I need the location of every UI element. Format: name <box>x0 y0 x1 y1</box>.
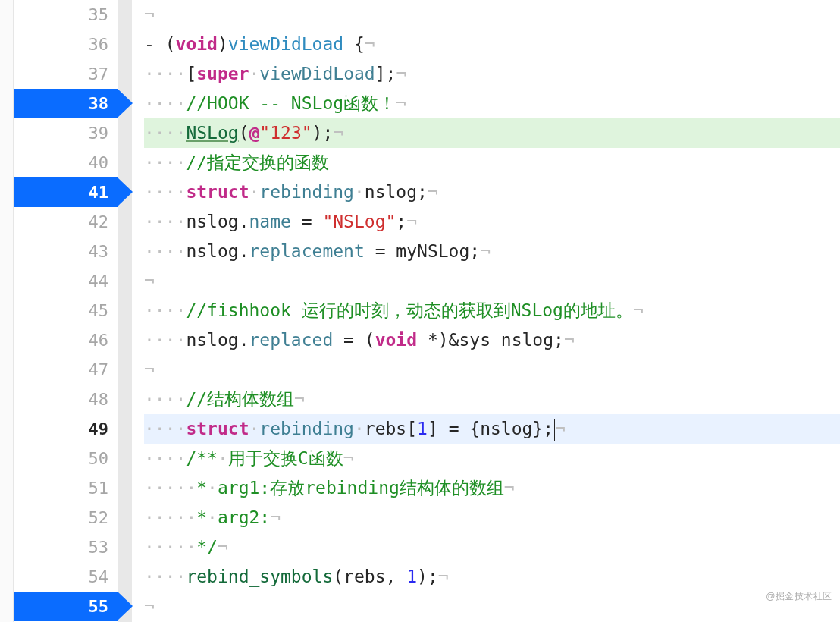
code-line[interactable]: ¬ <box>144 0 840 30</box>
code-token: * <box>196 507 207 527</box>
code-token: ····· <box>144 537 196 557</box>
code-token: ; <box>396 212 406 231</box>
code-token: * <box>196 478 207 498</box>
line-number[interactable]: 55 <box>14 592 118 621</box>
code-token: ¬ <box>633 300 644 320</box>
line-number[interactable]: 43 <box>14 237 118 266</box>
code-token: · <box>354 419 365 438</box>
code-token: ····· <box>144 478 196 498</box>
line-number[interactable]: 37 <box>14 59 118 89</box>
line-number[interactable]: 44 <box>14 266 118 296</box>
code-token: ···· <box>144 300 186 320</box>
code-token: ¬ <box>564 330 575 350</box>
code-line[interactable]: ·····*/¬ <box>144 532 840 562</box>
code-line[interactable]: ····[super·viewDidLoad];¬ <box>144 59 840 89</box>
code-token: ¬ <box>144 596 155 616</box>
code-token: ···· <box>144 241 186 261</box>
code-token: "NSLog" <box>322 212 396 231</box>
line-number[interactable]: 50 <box>14 444 118 473</box>
code-token: 1 <box>406 567 417 586</box>
line-number[interactable]: 38 <box>14 89 118 118</box>
code-token: · <box>207 507 218 527</box>
code-line[interactable]: ····//fishhook 运行的时刻，动态的获取到NSLog的地址。¬ <box>144 296 840 325</box>
code-token: nslog; <box>365 182 428 202</box>
code-token: "123" <box>259 123 312 143</box>
code-token: ¬ <box>144 360 155 379</box>
code-token: (rebs, <box>333 567 406 586</box>
code-token: ¬ <box>270 507 281 527</box>
code-line[interactable]: - (void)viewDidLoad {¬ <box>144 30 840 59</box>
code-token: · <box>207 478 218 498</box>
code-token: arg2: <box>218 507 270 527</box>
code-token: ¬ <box>365 34 375 54</box>
code-token: ¬ <box>144 5 155 24</box>
code-line[interactable]: ····//HOOK -- NSLog函数！¬ <box>144 89 840 118</box>
watermark: @掘金技术社区 <box>766 582 832 611</box>
code-token: struct <box>186 419 249 438</box>
code-token: @ <box>249 123 260 143</box>
line-number[interactable]: 51 <box>14 473 118 503</box>
code-token: 用于交换C函数 <box>228 448 343 468</box>
code-token: void <box>375 330 417 350</box>
line-number[interactable]: 45 <box>14 296 118 325</box>
code-line[interactable]: ····rebind_symbols(rebs, 1);¬ <box>144 562 840 592</box>
code-token: //指定交换的函数 <box>186 152 329 172</box>
code-token: ···· <box>144 64 186 83</box>
code-token: ¬ <box>480 241 491 261</box>
code-token: viewDidLoad <box>228 34 343 54</box>
line-number[interactable]: 36 <box>14 30 118 59</box>
code-token: NSLog <box>186 123 238 143</box>
code-token: ¬ <box>555 419 566 438</box>
code-line[interactable]: ¬ <box>144 592 840 621</box>
code-token: [ <box>186 64 196 83</box>
code-token: ¬ <box>504 478 515 498</box>
code-line[interactable]: ····struct·rebinding·nslog;¬ <box>144 177 840 207</box>
line-number[interactable]: 54 <box>14 562 118 592</box>
code-token: //fishhook 运行的时刻，动态的获取到NSLog的地址。 <box>186 300 633 320</box>
code-line[interactable]: ·····*·arg1:存放rebinding结构体的数组¬ <box>144 473 840 503</box>
code-line[interactable]: ····nslog.name = "NSLog";¬ <box>144 207 840 237</box>
line-number[interactable]: 35 <box>14 0 118 30</box>
code-line[interactable]: ····//指定交换的函数 <box>144 148 840 177</box>
code-token: rebinding <box>259 182 354 202</box>
code-line[interactable]: ····/**·用于交换C函数¬ <box>144 444 840 473</box>
code-token: rebs[ <box>365 419 417 438</box>
code-line[interactable]: ····struct·rebinding·rebs[1] = {nslog};¬ <box>144 414 840 444</box>
line-number[interactable]: 39 <box>14 118 118 148</box>
code-line[interactable]: ·····*·arg2:¬ <box>144 503 840 532</box>
code-token: ¬ <box>333 123 343 143</box>
line-number-gutter[interactable]: 3536373839404142434445464748495051525354… <box>14 0 118 622</box>
code-token: rebind_symbols <box>186 567 333 586</box>
code-token: arg1:存放rebinding结构体的数组 <box>218 478 504 498</box>
code-line[interactable]: ····//结构体数组¬ <box>144 385 840 414</box>
code-line[interactable]: ¬ <box>144 355 840 385</box>
code-token: ¬ <box>396 64 406 83</box>
code-editor[interactable]: 3536373839404142434445464748495051525354… <box>0 0 840 622</box>
code-line[interactable]: ····NSLog(@"123");¬ <box>144 118 840 148</box>
code-token: · <box>249 419 259 438</box>
code-token: ···· <box>144 123 186 143</box>
code-token: = ( <box>333 330 375 350</box>
code-token: */ <box>196 537 218 557</box>
code-token: ]; <box>375 64 396 83</box>
code-token: = myNSLog; <box>365 241 480 261</box>
code-area[interactable]: ¬- (void)viewDidLoad {¬····[super·viewDi… <box>132 0 840 622</box>
code-token: - ( <box>144 34 176 54</box>
code-token: · <box>249 182 259 202</box>
code-line[interactable]: ¬ <box>144 266 840 296</box>
line-number[interactable]: 52 <box>14 503 118 532</box>
code-token: ···· <box>144 212 186 231</box>
code-line[interactable]: ····nslog.replaced = (void *)&sys_nslog;… <box>144 325 840 355</box>
line-number[interactable]: 47 <box>14 355 118 385</box>
code-token: ····· <box>144 507 196 527</box>
line-number[interactable]: 41 <box>14 177 118 207</box>
line-number[interactable]: 49 <box>14 414 118 444</box>
line-number[interactable]: 53 <box>14 532 118 562</box>
line-number[interactable]: 40 <box>14 148 118 177</box>
code-token: ···· <box>144 389 186 409</box>
line-number[interactable]: 48 <box>14 385 118 414</box>
line-number[interactable]: 42 <box>14 207 118 237</box>
line-number[interactable]: 46 <box>14 325 118 355</box>
code-line[interactable]: ····nslog.replacement = myNSLog;¬ <box>144 237 840 266</box>
code-token: replaced <box>249 330 333 350</box>
